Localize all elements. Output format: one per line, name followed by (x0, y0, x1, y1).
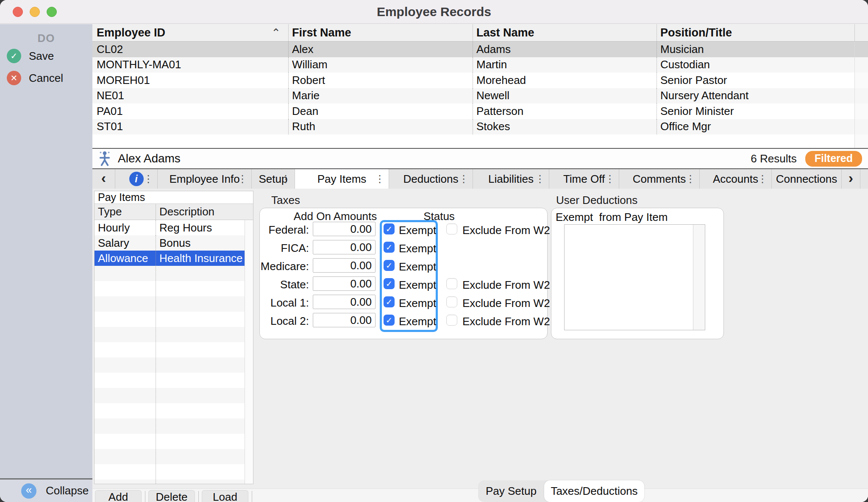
scrollbar-track[interactable] (245, 220, 253, 484)
minimize-window-icon[interactable] (30, 7, 40, 17)
list-item[interactable]: Salary Bonus (95, 235, 253, 251)
exempt-from-pay-item-label: Exempt from Pay Item (556, 211, 668, 224)
tab-accounts[interactable]: Accounts ⋮ (700, 169, 772, 189)
tab-deductions[interactable]: Deductions ⋮ (389, 169, 473, 189)
tab-menu-icon[interactable]: ⋮ (757, 173, 768, 185)
tab-comments[interactable]: Comments ⋮ (619, 169, 700, 189)
collapse-button[interactable]: « Collapse (0, 480, 92, 502)
add-button[interactable]: Add (95, 490, 142, 502)
column-header-last-name[interactable]: Last Name (473, 24, 657, 41)
medicare-label: Medicare: (260, 260, 309, 273)
local1-exempt-checkbox[interactable]: ✓ (384, 296, 395, 307)
local1-label: Local 1: (260, 296, 309, 310)
scrollbar-track[interactable] (854, 134, 868, 148)
local1-exclude-w2-checkbox[interactable] (446, 296, 457, 307)
exempt-from-pay-item-list[interactable] (564, 224, 705, 330)
cell-employee-id: PA01 (92, 103, 288, 119)
cancel-button[interactable]: ✕ Cancel (7, 71, 63, 85)
delete-button[interactable]: Delete (148, 490, 195, 502)
federal-exclude-w2-checkbox[interactable] (446, 223, 457, 234)
tab-menu-icon[interactable]: ⋮ (281, 173, 291, 185)
cell-employee-id: CL02 (92, 42, 288, 57)
table-row[interactable]: ST01 Ruth Stokes Office Mgr (92, 119, 868, 135)
traffic-lights (13, 0, 57, 24)
federal-exempt-checkbox[interactable]: ✓ (384, 223, 395, 234)
cell-position: Custodian (657, 57, 854, 73)
sidebar-do-header: DO (0, 32, 92, 45)
tab-menu-icon[interactable]: ⋮ (685, 173, 696, 185)
cell-position: Office Mgr (657, 119, 854, 135)
tab-menu-icon[interactable]: ⋮ (459, 173, 469, 185)
row-scrollbar-gutter (854, 57, 868, 73)
pay-items-column-headers: Type Description (95, 204, 253, 220)
table-row[interactable]: NE01 Marie Newell Nursery Attendant (92, 88, 868, 104)
local2-amount-input[interactable] (313, 313, 376, 327)
zoom-window-icon[interactable] (47, 7, 57, 17)
column-header-position-title[interactable]: Position/Title (657, 24, 854, 41)
cell-last-name: Adams (473, 42, 657, 57)
local1-exempt-label: Exempt (399, 297, 436, 310)
tab-pay-items[interactable]: Pay Items ⋮ (295, 169, 389, 189)
user-deductions-panel: Exempt from Pay Item (551, 208, 724, 339)
column-header-employee-id[interactable]: Employee ID ⌃ (92, 24, 288, 41)
fica-amount-input[interactable] (313, 240, 376, 254)
tab-taxes-deductions[interactable]: Taxes/Deductions (544, 480, 644, 502)
tab-setup[interactable]: Setup ⋮ (252, 169, 295, 189)
column-header-description[interactable]: Description (156, 204, 245, 220)
local2-exempt-checkbox[interactable]: ✓ (384, 315, 395, 326)
tab-employee-info[interactable]: Employee Info ⋮ (158, 169, 252, 189)
cell-employee-id: MONTHLY-MA01 (92, 57, 288, 73)
table-row[interactable]: MOREH01 Robert Morehead Senior Pastor (92, 73, 868, 88)
tab-menu-icon[interactable]: ⋮ (375, 173, 385, 185)
cell-position: Senior Pastor (657, 73, 854, 88)
cell-employee-id: ST01 (92, 119, 288, 135)
tabs-back-button[interactable]: ‹ (92, 169, 115, 189)
medicare-amount-input[interactable] (313, 258, 376, 273)
state-exclude-w2-checkbox[interactable] (446, 278, 457, 289)
user-deductions-section-label: User Deductions (556, 194, 637, 207)
tab-pay-setup[interactable]: Pay Setup (478, 480, 544, 502)
cell-description: Reg Hours (156, 220, 245, 235)
filtered-badge[interactable]: Filtered (805, 151, 862, 167)
tab-menu-icon[interactable]: ⋮ (237, 173, 248, 185)
tab-menu-icon[interactable]: ⋮ (535, 173, 545, 185)
tabs-forward-button[interactable]: › (842, 169, 860, 189)
federal-amount-input[interactable] (313, 222, 376, 236)
list-item[interactable]: Hourly Reg Hours (95, 220, 253, 235)
tab-liabilities[interactable]: Liabilities ⋮ (473, 169, 549, 189)
close-window-icon[interactable] (13, 7, 23, 17)
cell-employee-id: NE01 (92, 88, 288, 104)
fica-exempt-checkbox[interactable]: ✓ (384, 242, 395, 253)
sort-ascending-icon: ⌃ (271, 26, 281, 39)
employee-records-window: Employee Records DO ✓ Save ✕ Cancel « Co… (0, 0, 868, 502)
column-header-first-name[interactable]: First Name (288, 24, 473, 41)
local1-amount-input[interactable] (313, 295, 376, 309)
state-amount-input[interactable] (313, 276, 376, 291)
cell-type: Allowance (95, 251, 156, 266)
local2-exclude-w2-label: Exclude From W2 (462, 315, 550, 328)
tab-time-off[interactable]: Time Off ⋮ (549, 169, 619, 189)
scrollbar-track[interactable] (693, 225, 705, 330)
federal-label: Federal: (260, 223, 309, 237)
tab-menu-icon[interactable]: ⋮ (605, 173, 615, 185)
record-tab-bar: ‹ i ⋮ Employee Info ⋮ Setup ⋮ Pay Items … (92, 169, 868, 189)
medicare-exempt-checkbox[interactable]: ✓ (384, 260, 395, 271)
record-name: Alex Adams (118, 152, 751, 165)
taxes-panel: Add On Amounts Status Federal: FICA: Med… (259, 208, 548, 339)
tab-connections[interactable]: Connections (772, 169, 842, 189)
local2-exclude-w2-checkbox[interactable] (446, 315, 457, 326)
table-row[interactable]: MONTHLY-MA01 William Martin Custodian (92, 57, 868, 73)
load-button[interactable]: Load (202, 490, 248, 502)
state-exempt-checkbox[interactable]: ✓ (384, 278, 395, 289)
save-button[interactable]: ✓ Save (7, 49, 54, 63)
results-count: 6 Results (751, 152, 796, 165)
column-header-type[interactable]: Type (95, 204, 156, 220)
cell-employee-id: MOREH01 (92, 73, 288, 88)
table-row[interactable]: CL02 Alex Adams Musician (92, 42, 868, 57)
button-separator (198, 491, 199, 502)
list-item-selected[interactable]: Allowance Health Insurance (95, 251, 253, 266)
person-icon (98, 151, 111, 166)
tab-menu-icon[interactable]: ⋮ (143, 173, 153, 185)
tab-info[interactable]: i ⋮ (115, 169, 158, 189)
table-row[interactable]: PA01 Dean Patterson Senior Minister (92, 103, 868, 119)
